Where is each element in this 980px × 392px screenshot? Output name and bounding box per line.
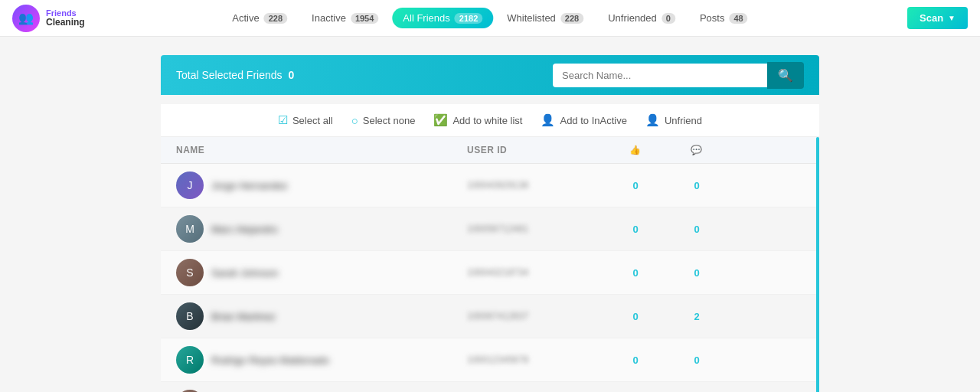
- total-count: 0: [289, 69, 295, 81]
- likes-count: 0: [605, 267, 666, 279]
- user-id: 100043929138: [467, 180, 605, 191]
- col-comments: 💬: [666, 145, 727, 155]
- likes-count: 0: [605, 311, 666, 322]
- add-whitelist-button[interactable]: ✅ Add to white list: [433, 113, 522, 127]
- main-content: Total Selected Friends 0 🔍 ☑ Select all …: [0, 37, 980, 392]
- tab-badge: 228: [560, 13, 583, 24]
- table-row: J Jorge Hernandez 100043929138 0 0: [161, 164, 819, 207]
- search-area: 🔍: [553, 62, 804, 89]
- select-none-label: Select none: [363, 115, 416, 126]
- action-bar: ☑ Select all ○ Select none ✅ Add to whit…: [161, 104, 819, 137]
- top-bar: Total Selected Friends 0 🔍: [161, 55, 819, 95]
- select-none-icon: ○: [351, 114, 358, 127]
- comments-count: 0: [666, 224, 727, 235]
- scan-button[interactable]: Scan ▼: [907, 7, 968, 29]
- tab-badge: 2182: [455, 13, 482, 24]
- tab-label: Active: [232, 12, 259, 24]
- main-nav: Active228Inactive1954All Friends2182Whit…: [221, 8, 758, 28]
- logo-icon: 👥: [12, 5, 40, 32]
- tab-label: All Friends: [403, 12, 449, 24]
- friend-name: Marc Alejandro: [211, 224, 278, 235]
- table-row: R Rodrigo Reyes Maldonado 100012345678 0…: [161, 338, 819, 382]
- search-input[interactable]: [553, 64, 767, 87]
- likes-count: 0: [605, 354, 666, 366]
- select-none-button[interactable]: ○ Select none: [351, 114, 416, 127]
- likes-count: 0: [605, 180, 666, 191]
- add-inactive-icon: 👤: [541, 113, 555, 127]
- tab-label: Whitelisted: [507, 12, 556, 24]
- user-id: 100012345678: [467, 354, 605, 365]
- col-likes: 👍: [605, 145, 666, 155]
- logo-text: Friends Cleaning: [46, 8, 85, 28]
- logo-cleaning: Cleaning: [46, 18, 85, 28]
- tab-label: Inactive: [312, 12, 346, 24]
- name-cell: M Marc Alejandro: [176, 215, 467, 243]
- nav-tab-active[interactable]: Active228: [221, 8, 298, 28]
- unfriend-label: Unfriend: [665, 115, 702, 126]
- user-id: 100043218734: [467, 267, 605, 278]
- comments-count: 2: [666, 311, 727, 322]
- table-body: J Jorge Hernandez 100043929138 0 0 M Mar…: [161, 164, 819, 392]
- tab-label: Posts: [700, 12, 725, 24]
- user-id: 100056712481: [467, 224, 605, 234]
- comments-count: 0: [666, 354, 727, 366]
- table-row: M Marc Alejandro 100056712481 0 0: [161, 207, 819, 251]
- tab-badge: 0: [662, 13, 675, 24]
- scan-label: Scan: [920, 12, 943, 24]
- nav-tab-all-friends[interactable]: All Friends2182: [392, 8, 493, 28]
- avatar: B: [176, 302, 204, 330]
- scrollbar-indicator[interactable]: [816, 137, 819, 392]
- friend-name: Sarah Johnson: [211, 267, 278, 279]
- add-inactive-button[interactable]: 👤 Add to InActive: [541, 113, 626, 127]
- friend-name: Rodrigo Reyes Maldonado: [211, 354, 329, 366]
- nav-tab-inactive[interactable]: Inactive1954: [301, 8, 389, 28]
- nav-tab-unfriended[interactable]: Unfriended0: [597, 8, 686, 28]
- search-button[interactable]: 🔍: [767, 62, 804, 89]
- add-whitelist-label: Add to white list: [452, 115, 522, 126]
- select-all-icon: ☑: [278, 113, 288, 127]
- name-cell: S Sarah Johnson: [176, 259, 467, 286]
- avatar: J: [176, 172, 204, 199]
- name-cell: B Brian Martinez: [176, 302, 467, 330]
- tab-badge: 48: [729, 13, 747, 24]
- logo: 👥 Friends Cleaning: [12, 5, 85, 32]
- col-userid: USER ID: [467, 145, 605, 155]
- friend-name: Brian Martinez: [211, 311, 276, 322]
- likes-count: 0: [605, 224, 666, 235]
- avatar: S: [176, 259, 204, 286]
- table-row: K Karen Rivera 100098765432 0 0: [161, 382, 819, 392]
- table-row: S Sarah Johnson 100043218734 0 0: [161, 251, 819, 295]
- name-cell: R Rodrigo Reyes Maldonado: [176, 346, 467, 374]
- select-all-button[interactable]: ☑ Select all: [278, 113, 333, 127]
- tab-label: Unfriended: [608, 12, 657, 24]
- table-row: B Brian Martinez 100067412837 0 2: [161, 295, 819, 338]
- tab-badge: 228: [264, 13, 287, 24]
- comments-count: 0: [666, 267, 727, 279]
- tab-badge: 1954: [351, 13, 378, 24]
- comments-count: 0: [666, 180, 727, 191]
- avatar: R: [176, 346, 204, 374]
- nav-tab-whitelisted[interactable]: Whitelisted228: [496, 8, 594, 28]
- select-all-label: Select all: [292, 115, 333, 126]
- name-cell: J Jorge Hernandez: [176, 172, 467, 199]
- friend-name: Jorge Hernandez: [211, 180, 288, 191]
- scan-chevron-icon: ▼: [948, 14, 956, 22]
- add-inactive-label: Add to InActive: [560, 115, 626, 126]
- app-header: 👥 Friends Cleaning Active228Inactive1954…: [0, 0, 980, 37]
- col-actions: [727, 145, 773, 155]
- unfriend-button[interactable]: 👤 Unfriend: [645, 113, 702, 127]
- total-label: Total Selected Friends: [176, 69, 283, 81]
- unfriend-icon: 👤: [645, 113, 660, 127]
- col-name: NAME: [176, 145, 467, 155]
- search-icon: 🔍: [778, 69, 793, 82]
- add-whitelist-icon: ✅: [433, 113, 448, 127]
- avatar: M: [176, 215, 204, 243]
- table-header: NAME USER ID 👍 💬: [161, 137, 819, 164]
- user-id: 100067412837: [467, 311, 605, 322]
- nav-tab-posts[interactable]: Posts48: [689, 8, 759, 28]
- friends-table: NAME USER ID 👍 💬 J Jorge Hernandez 10004…: [161, 137, 819, 392]
